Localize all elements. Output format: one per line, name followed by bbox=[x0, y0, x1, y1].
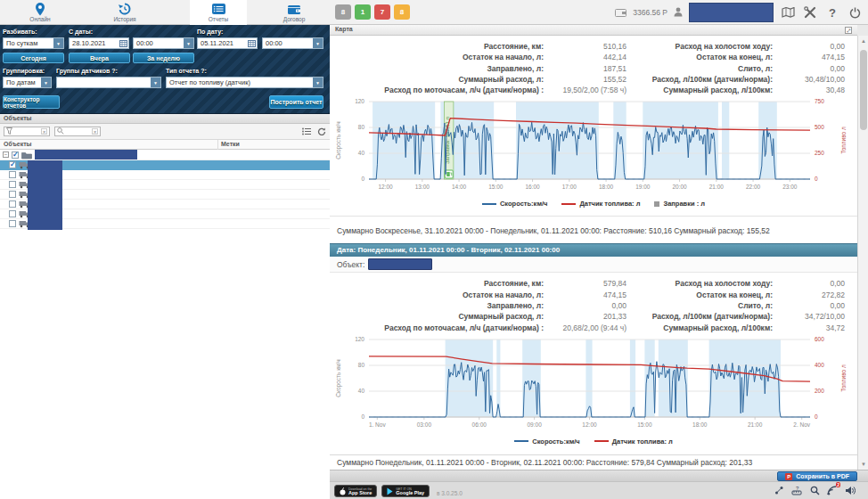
tab-онлайн[interactable]: Онлайн bbox=[12, 0, 69, 25]
to-date-input[interactable]: 05.11.2021 bbox=[197, 37, 258, 49]
stat-label: Расход на холостом ходу: bbox=[628, 41, 773, 52]
svg-text:15:00: 15:00 bbox=[637, 421, 652, 428]
scroll-up-icon[interactable]: ▲ bbox=[858, 36, 868, 46]
object-row-item[interactable] bbox=[0, 190, 330, 200]
report-type-select[interactable]: Отчет по топливу (датчик)▼ bbox=[166, 77, 323, 88]
stat-label: Остаток на начало, л: bbox=[330, 52, 544, 62]
stat-label: Остаток на начало, л: bbox=[330, 290, 544, 300]
signal-icon[interactable]: 2 bbox=[827, 485, 838, 495]
search-input[interactable]: ✕ bbox=[54, 127, 101, 136]
svg-text:120: 120 bbox=[355, 98, 364, 104]
tab-отчеты[interactable]: Отчеты bbox=[190, 0, 247, 25]
legend-item[interactable]: Заправки : л bbox=[654, 200, 705, 208]
grouping-select[interactable]: По датам▼ bbox=[3, 77, 52, 88]
svg-text:0: 0 bbox=[815, 413, 818, 420]
stat-label: Расстояние, км: bbox=[330, 278, 544, 289]
status-badge[interactable]: 8 bbox=[394, 4, 410, 20]
to-time-select[interactable]: 00:00▼ bbox=[262, 37, 323, 49]
yesterday-button[interactable]: Вчера bbox=[69, 53, 130, 63]
object-checkbox[interactable] bbox=[9, 200, 16, 208]
object-row-item[interactable] bbox=[0, 160, 330, 170]
map-panel-bar[interactable]: Карта ⤢ bbox=[330, 25, 857, 36]
report-filter-panel: Разбивать: С даты: По дату: По суткам▼ 2… bbox=[0, 25, 330, 114]
object-checkbox[interactable] bbox=[9, 171, 16, 178]
googleplay-badge[interactable]: GET IT ONGoogle Play bbox=[381, 485, 430, 497]
sort-list-icon[interactable] bbox=[301, 127, 311, 136]
svg-text:?: ? bbox=[796, 486, 799, 491]
tab-label: История bbox=[113, 16, 135, 23]
legend-item[interactable]: Скорость:км/ч bbox=[482, 200, 547, 208]
week-button[interactable]: За неделю bbox=[133, 53, 194, 63]
status-badge[interactable]: 8 bbox=[335, 4, 351, 20]
svg-text:06:00: 06:00 bbox=[472, 421, 487, 428]
from-date-input[interactable]: 28.10.2021 bbox=[69, 37, 129, 49]
scroll-down-icon[interactable]: ▼ bbox=[858, 459, 868, 470]
markers-icon[interactable] bbox=[774, 485, 784, 495]
chart-legend-1: Скорость:км/чДатчик топлива: лЗаправки :… bbox=[330, 197, 857, 210]
fuel-speed-chart-day1[interactable]: 00402508050012075012:0013:0014:0015:0016… bbox=[332, 97, 853, 197]
status-badge[interactable]: 1 bbox=[355, 4, 371, 20]
measure-icon[interactable]: ? bbox=[791, 485, 802, 495]
object-checkbox[interactable] bbox=[9, 191, 16, 198]
filter-input[interactable]: ✕ bbox=[4, 127, 50, 136]
sensor-groups-select[interactable]: ▼ bbox=[56, 77, 161, 88]
clear-search-icon[interactable]: ✕ bbox=[92, 128, 98, 135]
today-button[interactable]: Сегодня bbox=[3, 53, 64, 63]
history-icon bbox=[118, 2, 132, 16]
play-icon bbox=[387, 483, 393, 499]
svg-text:21:00: 21:00 bbox=[748, 421, 763, 428]
svg-text:500: 500 bbox=[815, 124, 824, 130]
username-redacted[interactable] bbox=[689, 3, 774, 22]
help-icon[interactable]: ? bbox=[824, 4, 840, 20]
version-label: в 3.0.25.0 bbox=[437, 490, 463, 496]
legend-item[interactable]: Датчик топлива: л bbox=[594, 438, 673, 446]
object-row: Объект: bbox=[330, 257, 857, 273]
collapse-icon[interactable]: − bbox=[3, 151, 9, 158]
tab-label: Отчеты bbox=[209, 16, 228, 23]
status-badge[interactable]: 7 bbox=[374, 4, 390, 20]
tab-label: Онлайн bbox=[29, 16, 50, 23]
expand-panel-icon[interactable]: ⤢ bbox=[845, 27, 852, 34]
tab-история[interactable]: История bbox=[96, 0, 153, 25]
object-row-item[interactable] bbox=[0, 209, 330, 219]
appstore-badge[interactable]: Download on theApp Store bbox=[334, 485, 377, 497]
object-checkbox[interactable] bbox=[9, 181, 16, 188]
from-time-select[interactable]: 00:00▼ bbox=[133, 37, 194, 49]
clear-filter-icon[interactable]: ✕ bbox=[41, 128, 47, 135]
object-row-item[interactable] bbox=[0, 200, 330, 209]
object-checkbox[interactable] bbox=[9, 220, 16, 227]
balance-amount[interactable]: 3366.56 Р bbox=[633, 8, 667, 17]
object-checkbox[interactable] bbox=[9, 210, 16, 217]
zoom-icon[interactable] bbox=[809, 485, 820, 495]
legend-item[interactable]: Скорость:км/ч bbox=[514, 438, 579, 446]
object-row-item[interactable] bbox=[0, 219, 330, 229]
save-pdf-button[interactable]: P Сохранить в PDF bbox=[777, 471, 857, 481]
fuel-speed-chart-day2[interactable]: 0040200804001206001. Nov03:0006:0009:001… bbox=[332, 335, 853, 435]
column-labels[interactable]: Метки bbox=[221, 141, 240, 147]
object-group-row[interactable]: − bbox=[0, 150, 330, 160]
group-checkbox[interactable] bbox=[12, 151, 19, 159]
chevron-down-icon: ▼ bbox=[313, 38, 323, 48]
object-row-item[interactable] bbox=[0, 170, 330, 180]
svg-text:0: 0 bbox=[361, 413, 364, 420]
report-constructor-button[interactable]: Конструктор отчетов bbox=[3, 95, 60, 109]
split-select[interactable]: По суткам▼ bbox=[3, 37, 64, 49]
logout-icon[interactable] bbox=[847, 4, 863, 20]
stat-label: Расход, л/100км (датчик/норма): bbox=[628, 74, 773, 85]
refresh-icon[interactable] bbox=[316, 127, 326, 136]
sound-icon[interactable] bbox=[845, 485, 856, 495]
scrollbar-thumb[interactable] bbox=[860, 50, 867, 130]
calendar-icon[interactable] bbox=[246, 39, 257, 47]
vertical-scrollbar[interactable]: ▲ ▼ bbox=[857, 36, 868, 470]
object-checkbox[interactable] bbox=[9, 161, 16, 168]
build-report-button[interactable]: Построить отчет bbox=[269, 95, 323, 109]
calendar-icon[interactable] bbox=[118, 39, 128, 47]
object-row-item[interactable] bbox=[0, 180, 330, 190]
object-name-redacted[interactable] bbox=[368, 258, 432, 270]
group-name-redacted bbox=[35, 150, 137, 160]
tools-icon[interactable] bbox=[802, 4, 818, 20]
svg-text:20:00: 20:00 bbox=[672, 184, 687, 190]
map-toggle-icon[interactable] bbox=[780, 4, 796, 20]
tab-договор[interactable]: Договор bbox=[266, 0, 323, 25]
legend-item[interactable]: Датчик топлива: л bbox=[561, 200, 640, 208]
